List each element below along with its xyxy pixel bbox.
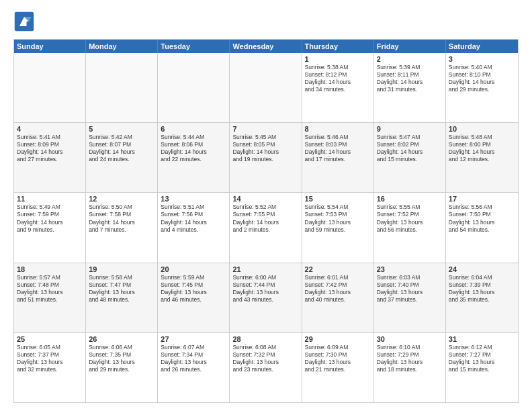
day-number: 31	[449, 335, 515, 343]
day-number: 30	[377, 335, 443, 343]
cell-info-line: Daylight: 14 hours	[377, 79, 443, 86]
cell-info-line: and 4 minutes.	[161, 226, 226, 234]
cell-info-line: Daylight: 13 hours	[377, 289, 443, 296]
cell-info-line: Sunset: 8:12 PM	[305, 71, 371, 79]
cell-info-line: and 54 minutes.	[449, 226, 515, 234]
calendar-cell: 10Sunrise: 5:48 AMSunset: 8:00 PMDayligh…	[446, 123, 518, 192]
calendar-row-2: 11Sunrise: 5:49 AMSunset: 7:59 PMDayligh…	[14, 192, 518, 262]
header-day-tuesday: Tuesday	[158, 40, 230, 53]
cell-info-line: Sunset: 8:00 PM	[449, 141, 515, 148]
calendar-cell: 22Sunrise: 6:01 AMSunset: 7:42 PMDayligh…	[302, 263, 374, 332]
cell-info-line: Sunset: 8:06 PM	[161, 141, 226, 148]
cell-info-line: Sunrise: 6:06 AM	[89, 344, 154, 351]
cell-info-line: and 7 minutes.	[89, 226, 154, 234]
cell-info-line: Sunset: 7:53 PM	[305, 211, 371, 218]
cell-info-line: and 40 minutes.	[305, 296, 371, 304]
day-number: 7	[232, 125, 298, 133]
calendar-cell: 25Sunrise: 6:05 AMSunset: 7:37 PMDayligh…	[14, 333, 86, 402]
calendar-cell: 28Sunrise: 6:08 AMSunset: 7:32 PMDayligh…	[230, 333, 302, 402]
day-number: 1	[305, 55, 371, 63]
cell-info-line: Sunset: 8:10 PM	[449, 71, 515, 79]
day-number: 14	[232, 195, 298, 203]
cell-info-line: and 59 minutes.	[305, 226, 371, 234]
header-day-monday: Monday	[86, 40, 158, 53]
day-number: 11	[17, 195, 83, 203]
page: SundayMondayTuesdayWednesdayThursdayFrid…	[0, 0, 532, 411]
day-number: 4	[17, 125, 83, 133]
cell-info-line: Daylight: 13 hours	[305, 219, 371, 226]
cell-info-line: Sunrise: 5:38 AM	[305, 64, 371, 71]
cell-info-line: and 2 minutes.	[232, 226, 298, 234]
cell-info-line: Sunset: 7:48 PM	[17, 281, 83, 289]
day-number: 6	[161, 125, 226, 133]
calendar-cell: 9Sunrise: 5:47 AMSunset: 8:02 PMDaylight…	[374, 123, 446, 192]
cell-info-line: Daylight: 14 hours	[89, 148, 154, 156]
cell-info-line: Sunrise: 5:49 AM	[17, 203, 83, 211]
cell-info-line: and 31 minutes.	[377, 86, 443, 93]
cell-info-line: and 17 minutes.	[305, 156, 371, 163]
cell-info-line: and 56 minutes.	[377, 226, 443, 234]
cell-info-line: Daylight: 13 hours	[449, 289, 515, 296]
day-number: 25	[17, 335, 83, 343]
calendar-cell: 21Sunrise: 6:00 AMSunset: 7:44 PMDayligh…	[230, 263, 302, 332]
calendar-cell: 27Sunrise: 6:07 AMSunset: 7:34 PMDayligh…	[158, 333, 230, 402]
calendar-cell: 6Sunrise: 5:44 AMSunset: 8:06 PMDaylight…	[158, 123, 230, 192]
calendar-cell: 30Sunrise: 6:10 AMSunset: 7:29 PMDayligh…	[374, 333, 446, 402]
calendar-cell	[86, 53, 158, 122]
cell-info-line: Daylight: 14 hours	[232, 148, 298, 156]
calendar-row-0: 1Sunrise: 5:38 AMSunset: 8:12 PMDaylight…	[14, 53, 518, 122]
cell-info-line: Sunset: 8:03 PM	[305, 141, 371, 148]
cell-info-line: Sunset: 8:07 PM	[89, 141, 154, 148]
cell-info-line: and 23 minutes.	[232, 366, 298, 373]
cell-info-line: Sunset: 7:55 PM	[232, 211, 298, 218]
cell-info-line: Sunrise: 6:04 AM	[449, 274, 515, 281]
cell-info-line: Daylight: 14 hours	[377, 148, 443, 156]
cell-info-line: Daylight: 13 hours	[232, 359, 298, 366]
cell-info-line: and 32 minutes.	[17, 366, 83, 373]
cell-info-line: Sunset: 8:09 PM	[17, 141, 83, 148]
cell-info-line: Daylight: 14 hours	[305, 79, 371, 86]
cell-info-line: Sunrise: 5:46 AM	[305, 134, 371, 141]
cell-info-line: Daylight: 13 hours	[305, 289, 371, 296]
cell-info-line: Sunrise: 5:41 AM	[17, 134, 83, 141]
cell-info-line: Daylight: 13 hours	[89, 359, 154, 366]
calendar-cell: 18Sunrise: 5:57 AMSunset: 7:48 PMDayligh…	[14, 263, 86, 332]
day-number: 8	[305, 125, 371, 133]
cell-info-line: Daylight: 14 hours	[161, 148, 226, 156]
cell-info-line: Sunrise: 5:45 AM	[232, 134, 298, 141]
cell-info-line: and 12 minutes.	[449, 156, 515, 163]
day-number: 26	[89, 335, 154, 343]
cell-info-line: Sunset: 7:35 PM	[89, 351, 154, 359]
cell-info-line: Sunrise: 5:56 AM	[449, 203, 515, 211]
logo	[13, 11, 38, 32]
calendar-body: 1Sunrise: 5:38 AMSunset: 8:12 PMDaylight…	[14, 53, 518, 402]
cell-info-line: Sunset: 8:02 PM	[377, 141, 443, 148]
cell-info-line: and 18 minutes.	[377, 366, 443, 373]
calendar-cell: 8Sunrise: 5:46 AMSunset: 8:03 PMDaylight…	[302, 123, 374, 192]
cell-info-line: Sunrise: 6:03 AM	[377, 274, 443, 281]
cell-info-line: Sunrise: 5:47 AM	[377, 134, 443, 141]
calendar-cell: 3Sunrise: 5:40 AMSunset: 8:10 PMDaylight…	[446, 53, 518, 122]
day-number: 20	[161, 265, 226, 273]
cell-info-line: and 15 minutes.	[377, 156, 443, 163]
day-number: 9	[377, 125, 443, 133]
header-day-thursday: Thursday	[302, 40, 374, 53]
cell-info-line: Daylight: 14 hours	[17, 219, 83, 226]
cell-info-line: and 24 minutes.	[89, 156, 154, 163]
day-number: 18	[17, 265, 83, 273]
cell-info-line: Sunset: 7:40 PM	[377, 281, 443, 289]
cell-info-line: and 26 minutes.	[161, 366, 226, 373]
cell-info-line: Daylight: 14 hours	[161, 219, 226, 226]
calendar-cell: 7Sunrise: 5:45 AMSunset: 8:05 PMDaylight…	[230, 123, 302, 192]
cell-info-line: and 34 minutes.	[305, 86, 371, 93]
cell-info-line: and 27 minutes.	[17, 156, 83, 163]
calendar-cell: 31Sunrise: 6:12 AMSunset: 7:27 PMDayligh…	[446, 333, 518, 402]
cell-info-line: Sunrise: 5:39 AM	[377, 64, 443, 71]
cell-info-line: Sunset: 7:27 PM	[449, 351, 515, 359]
calendar-cell	[158, 53, 230, 122]
calendar-cell: 5Sunrise: 5:42 AMSunset: 8:07 PMDaylight…	[86, 123, 158, 192]
cell-info-line: Sunset: 7:39 PM	[449, 281, 515, 289]
cell-info-line: Sunset: 7:44 PM	[232, 281, 298, 289]
cell-info-line: and 51 minutes.	[17, 296, 83, 304]
cell-info-line: Daylight: 13 hours	[377, 359, 443, 366]
